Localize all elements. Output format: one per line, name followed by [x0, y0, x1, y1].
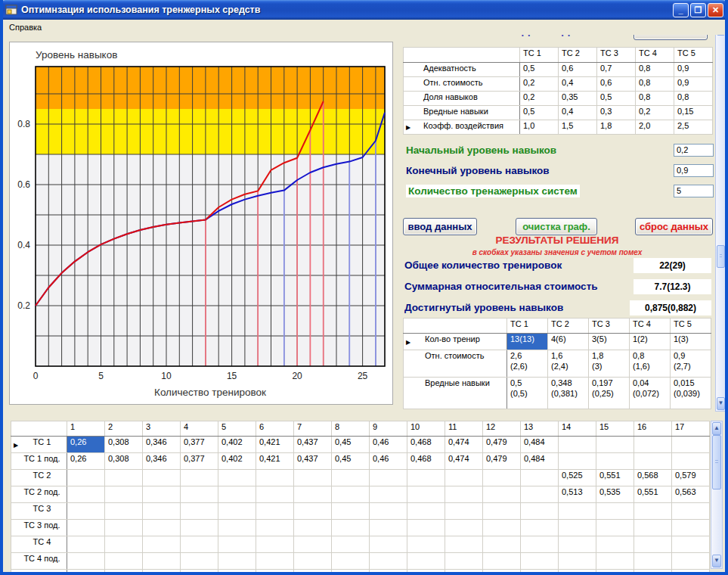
- results-table-cell[interactable]: 2,6(2,6): [507, 350, 548, 378]
- right-scrollbar[interactable]: ▲ ▼: [715, 21, 726, 412]
- training-table-cell[interactable]: [105, 570, 143, 573]
- training-table-cell[interactable]: 0,377: [181, 453, 218, 470]
- training-table-cell[interactable]: [181, 520, 218, 536]
- close-button[interactable]: ✕: [708, 3, 723, 17]
- input-table-cell[interactable]: 0,15: [674, 106, 713, 120]
- training-table-cell[interactable]: [521, 486, 559, 503]
- final-skill-input[interactable]: 0,9: [674, 164, 714, 177]
- training-table-cell[interactable]: [559, 570, 596, 573]
- training-table-row-header[interactable]: ТС 3: [11, 503, 67, 520]
- training-table-cell[interactable]: 0,402: [218, 453, 256, 470]
- training-table-row-header[interactable]: ТС 4 под.: [11, 553, 67, 570]
- training-table-cell[interactable]: 0,45: [332, 437, 370, 453]
- input-table-cell[interactable]: 0,2: [636, 106, 674, 120]
- training-table-cell[interactable]: [294, 553, 332, 570]
- training-table-cell[interactable]: [105, 486, 143, 503]
- training-table-cell[interactable]: 0,46: [370, 437, 407, 453]
- training-table-cell[interactable]: [445, 503, 483, 520]
- training-table-cell[interactable]: [672, 453, 710, 470]
- training-table-cell[interactable]: [332, 486, 370, 503]
- results-table-column-header[interactable]: ТС 4: [630, 319, 671, 334]
- training-table-cell[interactable]: 0,579: [672, 470, 710, 486]
- training-table-cell[interactable]: [67, 486, 105, 503]
- training-table-cell[interactable]: 0,484: [521, 453, 559, 470]
- training-table-cell[interactable]: [407, 503, 445, 520]
- training-table-cell[interactable]: 0,525: [559, 470, 596, 486]
- results-table-cell[interactable]: 0,348(0,381): [548, 378, 589, 409]
- results-table-cell[interactable]: 1(3): [671, 334, 711, 350]
- training-table-cell[interactable]: [407, 553, 445, 570]
- training-table-cell[interactable]: [181, 570, 218, 573]
- training-table-cell[interactable]: [634, 536, 672, 553]
- training-table-cell[interactable]: [105, 503, 143, 520]
- training-table-cell[interactable]: [445, 536, 483, 553]
- training-table-cell[interactable]: [672, 503, 710, 520]
- training-table-cell[interactable]: [256, 536, 294, 553]
- training-table-cell[interactable]: 0,346: [143, 437, 181, 453]
- training-table-cell[interactable]: [483, 570, 521, 573]
- results-table-cell[interactable]: 0,04(0,072): [630, 378, 671, 409]
- training-table-cell[interactable]: [370, 536, 407, 553]
- input-table-cell[interactable]: 0,3: [597, 106, 636, 120]
- training-table-cell[interactable]: [634, 570, 672, 573]
- training-table-cell[interactable]: [218, 486, 256, 503]
- minimize-button[interactable]: _: [673, 3, 689, 17]
- training-table-cell[interactable]: [105, 470, 143, 486]
- training-table-cell[interactable]: 0,437: [294, 453, 332, 470]
- input-table-column-header[interactable]: ТС 4: [636, 48, 674, 63]
- input-table-row-header[interactable]: ▶Коэфф. воздействия: [404, 120, 520, 135]
- training-table-cell[interactable]: [407, 520, 445, 536]
- training-table-cell[interactable]: 0,479: [483, 453, 521, 470]
- input-table-cell[interactable]: 0,8: [636, 92, 674, 106]
- results-table-column-header[interactable]: ТС 5: [671, 319, 711, 334]
- training-table-cell[interactable]: [105, 520, 143, 536]
- results-table-cell[interactable]: 0,015(0,039): [671, 378, 711, 409]
- input-table-cell[interactable]: 0,9: [674, 63, 713, 77]
- training-table-cell[interactable]: [407, 486, 445, 503]
- training-table-cell[interactable]: [559, 503, 596, 520]
- training-table-cell[interactable]: [370, 486, 407, 503]
- results-table-cell[interactable]: 3(5): [589, 334, 630, 350]
- training-table-cell[interactable]: [332, 553, 370, 570]
- training-table-cell[interactable]: 0,563: [672, 486, 710, 503]
- training-table-cell[interactable]: [559, 553, 596, 570]
- input-table-cell[interactable]: 0,9: [674, 77, 713, 92]
- training-table-cell[interactable]: 0,535: [596, 486, 634, 503]
- training-table-cell[interactable]: [143, 520, 181, 536]
- results-table-row-header[interactable]: ▶Кол-во тренир: [404, 334, 507, 350]
- input-data-button[interactable]: ввод данных: [403, 218, 477, 235]
- results-table-column-header[interactable]: ТС 3: [589, 319, 630, 334]
- input-table-row-header[interactable]: Доля навыков: [404, 92, 520, 106]
- training-table-cell[interactable]: 0,26: [67, 437, 105, 453]
- training-table-cell[interactable]: [672, 536, 710, 553]
- training-table-cell[interactable]: [294, 570, 332, 573]
- training-table-cell[interactable]: 0,421: [256, 453, 294, 470]
- training-table-cell[interactable]: 0,26: [67, 453, 105, 470]
- training-table-cell[interactable]: [596, 437, 634, 453]
- training-table-cell[interactable]: [445, 570, 483, 573]
- input-table-column-header[interactable]: ТС 1: [520, 48, 559, 63]
- clear-graph-button[interactable]: очистка граф.: [516, 218, 597, 235]
- training-table-cell[interactable]: [596, 453, 634, 470]
- results-table-cell[interactable]: 1(2): [630, 334, 671, 350]
- training-table-cell[interactable]: [143, 470, 181, 486]
- training-table-cell[interactable]: [521, 503, 559, 520]
- training-table-cell[interactable]: [445, 470, 483, 486]
- training-table-cell[interactable]: 0,308: [105, 453, 143, 470]
- results-table-cell[interactable]: 0,9(2,7): [671, 350, 711, 378]
- training-table-cell[interactable]: [181, 486, 218, 503]
- training-table-column-header[interactable]: 11: [445, 421, 483, 437]
- training-table-cell[interactable]: [294, 486, 332, 503]
- training-table-cell[interactable]: [483, 553, 521, 570]
- training-table-cell[interactable]: [370, 570, 407, 573]
- training-table-cell[interactable]: [67, 570, 105, 573]
- training-table-cell[interactable]: [521, 536, 559, 553]
- training-table-column-header[interactable]: 13: [521, 421, 559, 437]
- training-table-cell[interactable]: [181, 553, 218, 570]
- training-table-cell[interactable]: [294, 536, 332, 553]
- results-table-cell[interactable]: 1,6(2,4): [548, 350, 589, 378]
- menu-item-help[interactable]: Справка: [3, 20, 48, 34]
- training-table-cell[interactable]: [67, 553, 105, 570]
- training-table-cell[interactable]: [483, 520, 521, 536]
- training-table-cell[interactable]: [596, 553, 634, 570]
